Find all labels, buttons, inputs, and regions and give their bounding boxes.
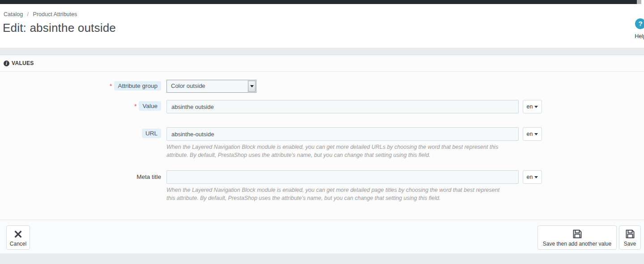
breadcrumb: Catalog / Product Attributes (4, 11, 77, 17)
value-language-dropdown[interactable]: en (523, 100, 542, 113)
meta-title-help-text: When the Layered Navigation Block module… (166, 186, 504, 202)
panel-heading: i VALUES (0, 55, 644, 72)
url-label-row: URL (0, 129, 161, 138)
chevron-down-icon (534, 106, 538, 108)
url-input[interactable] (166, 127, 519, 141)
value-input[interactable] (166, 100, 519, 113)
save-then-add-button-label: Save then add another value (543, 241, 611, 247)
breadcrumb-separator: / (27, 11, 29, 17)
attribute-group-label: Attribute group (114, 81, 161, 91)
save-icon (572, 228, 583, 240)
url-help-text: When the Layered Navigation Block module… (166, 143, 504, 159)
close-icon (14, 228, 22, 240)
save-button[interactable]: Save (619, 225, 641, 250)
required-marker: * (110, 82, 112, 90)
scrollbar-notch (637, 0, 641, 4)
required-marker: * (134, 103, 136, 110)
panel-title: VALUES (12, 60, 34, 66)
top-bar (0, 0, 644, 4)
select-arrow-button[interactable] (248, 81, 256, 92)
meta-title-label: Meta title (136, 172, 161, 182)
meta-title-language-dropdown[interactable]: en (523, 170, 542, 184)
page: Catalog / Product Attributes Edit: absin… (0, 0, 644, 264)
language-code: en (527, 104, 533, 110)
url-label: URL (142, 129, 161, 138)
chevron-down-icon (250, 85, 254, 87)
value-label-row: *Value (0, 101, 161, 111)
meta-title-input[interactable] (166, 170, 519, 184)
info-icon: i (4, 61, 9, 66)
chevron-down-icon (534, 133, 538, 135)
chevron-down-icon (534, 176, 538, 178)
page-header: Catalog / Product Attributes Edit: absin… (0, 4, 644, 48)
value-label: Value (139, 101, 161, 111)
cancel-button-label: Cancel (10, 241, 26, 247)
url-language-dropdown[interactable]: en (523, 127, 542, 141)
attribute-group-selected-value: Color outside (171, 82, 205, 89)
attribute-group-label-row: *Attribute group (0, 81, 161, 91)
page-title: Edit: absinthe outside (3, 21, 116, 35)
help-button[interactable]: ? Help (633, 18, 644, 39)
help-label: Help (633, 33, 644, 39)
language-code: en (527, 131, 533, 137)
meta-title-label-row: Meta title (0, 172, 161, 182)
question-mark-icon: ? (635, 18, 644, 29)
breadcrumb-catalog[interactable]: Catalog (4, 11, 23, 17)
language-code: en (527, 174, 533, 180)
save-icon (625, 228, 635, 240)
topbar-corner (641, 0, 644, 4)
save-then-add-button[interactable]: Save then add another value (537, 225, 617, 250)
breadcrumb-product-attributes[interactable]: Product Attributes (33, 11, 77, 17)
cancel-button[interactable]: Cancel (6, 225, 30, 250)
attribute-group-select[interactable]: Color outside (166, 80, 256, 93)
save-button-label: Save (624, 241, 636, 247)
